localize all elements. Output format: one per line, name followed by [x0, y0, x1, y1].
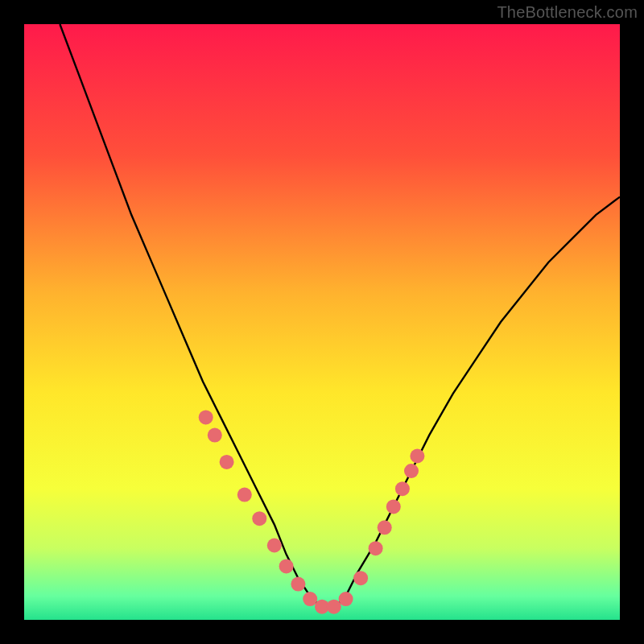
highlight-dot — [327, 600, 341, 614]
chart-frame: TheBottleneck.com — [0, 0, 644, 644]
highlight-dot — [237, 488, 252, 502]
highlight-dot — [339, 592, 353, 606]
bottleneck-chart — [24, 24, 620, 620]
highlight-dot — [395, 481, 410, 496]
watermark-text: TheBottleneck.com — [497, 3, 638, 22]
highlight-dot — [410, 449, 424, 464]
highlight-dot — [303, 592, 317, 606]
highlight-dot — [279, 559, 294, 573]
plot-area — [24, 24, 620, 620]
highlight-dot — [386, 499, 401, 514]
highlight-dot — [220, 455, 234, 469]
highlight-dot — [267, 539, 282, 553]
highlight-dot — [404, 464, 419, 478]
gradient-background — [24, 24, 620, 620]
highlight-dot — [353, 571, 368, 585]
highlight-dot — [378, 520, 392, 535]
highlight-dot — [252, 511, 266, 526]
highlight-dot — [369, 541, 383, 555]
highlight-dot — [291, 577, 305, 592]
highlight-dot — [199, 410, 213, 424]
highlight-dot — [208, 428, 222, 443]
